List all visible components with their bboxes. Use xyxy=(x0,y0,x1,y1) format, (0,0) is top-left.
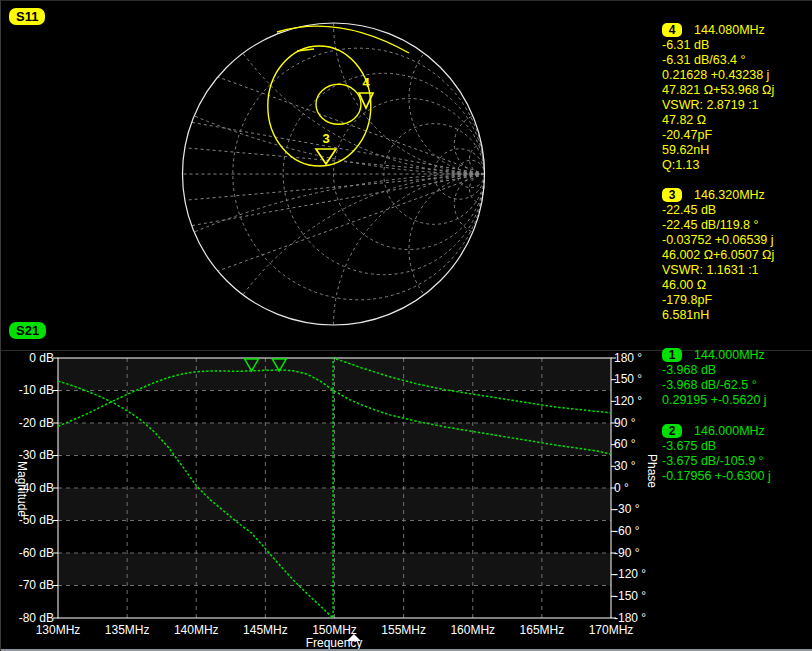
marker-frequency: 144.000MHz xyxy=(694,348,765,363)
magnitude-tick-label: -50 dB xyxy=(4,513,54,527)
marker-badge: 1 xyxy=(662,348,682,362)
frequency-tick-label: 130MHz xyxy=(26,623,90,637)
frequency-tick-label: 145MHz xyxy=(233,623,297,637)
smith-grid xyxy=(183,23,485,325)
marker-readout-line: 6.581nH xyxy=(662,308,774,323)
magnitude-tick-label: -70 dB xyxy=(4,578,54,592)
marker-readout-line: -3.968 dB xyxy=(662,363,767,378)
s21-trace-badge[interactable]: S21 xyxy=(9,322,46,339)
marker-readout-block: 1144.000MHz-3.968 dB-3.968 dB/-62.5 °0.2… xyxy=(662,347,767,408)
magnitude-tick-label: 0 dB xyxy=(4,351,54,365)
marker-readout-line: 0.21628 +0.43238 j xyxy=(662,68,774,83)
smith-chart[interactable]: 34 xyxy=(181,21,487,327)
marker-readout-header: 4144.080MHz xyxy=(662,22,774,38)
marker-readout-line: -179.8pF xyxy=(662,293,774,308)
phase-tick-label: 60 ° xyxy=(614,437,635,451)
phase-tick-label: -120 ° xyxy=(614,567,646,581)
phase-tick-label: 30 ° xyxy=(614,459,635,473)
marker-triangle-icon xyxy=(316,149,336,164)
marker-readout-line: -20.47pF xyxy=(662,128,774,143)
marker-readout-line: -6.31 dB xyxy=(662,38,774,53)
marker-readout-line: 59.62nH xyxy=(662,143,774,158)
marker-readout-line: -0.03752 +0.06539 j xyxy=(662,233,774,248)
marker-readout-line: 46.00 Ω xyxy=(662,278,774,293)
s21-chart[interactable] xyxy=(58,358,611,618)
frequency-tick-label: 155MHz xyxy=(372,623,436,637)
marker-badge: 2 xyxy=(662,424,682,438)
marker-readout-line: -0.17956 +-0.6300 j xyxy=(662,469,771,484)
marker-readout-line: 46.002 Ω+6.0507 Ωj xyxy=(662,248,774,263)
marker-frequency: 146.000MHz xyxy=(694,424,765,439)
marker-readout-line: -22.45 dB/119.8 ° xyxy=(662,218,774,233)
marker-badge: 3 xyxy=(662,188,682,202)
phase-tick-label: 0 ° xyxy=(614,481,629,495)
phase-tick-label: 150 ° xyxy=(614,372,642,386)
marker-readout-line: Q:1.13 xyxy=(662,158,774,173)
marker-number-label: 3 xyxy=(322,131,329,146)
marker-readout-line: 47.82 Ω xyxy=(662,113,774,128)
frequency-tick-label: 150MHz xyxy=(303,623,367,637)
marker-readout-line: -6.31 dB/63.4 ° xyxy=(662,53,774,68)
marker-frequency: 144.080MHz xyxy=(694,23,765,38)
s11-trace xyxy=(268,26,409,166)
marker-readout-line: VSWR: 2.8719 :1 xyxy=(662,98,774,113)
marker-readout-line: -3.675 dB/-105.9 ° xyxy=(662,454,771,469)
marker-readout-block: 3146.320MHz-22.45 dB-22.45 dB/119.8 °-0.… xyxy=(662,187,774,323)
frequency-tick-label: 135MHz xyxy=(95,623,159,637)
marker-readout-header: 1144.000MHz xyxy=(662,347,767,363)
s11-trace-badge[interactable]: S11 xyxy=(9,8,45,25)
phase-tick-label: 120 ° xyxy=(614,394,642,408)
phase-tick-label: -60 ° xyxy=(614,524,639,538)
magnitude-tick-label: -30 dB xyxy=(4,448,54,462)
phase-tick-label: -150 ° xyxy=(614,589,646,603)
marker-readout-block: 2146.000MHz-3.675 dB-3.675 dB/-105.9 °-0… xyxy=(662,423,771,484)
marker-frequency: 146.320MHz xyxy=(694,188,765,203)
magnitude-tick-label: -60 dB xyxy=(4,546,54,560)
marker-readout-line: VSWR: 1.1631 :1 xyxy=(662,263,774,278)
frequency-tick-label: 140MHz xyxy=(164,623,228,637)
frequency-tick-label: 170MHz xyxy=(579,623,643,637)
phase-tick-label: -30 ° xyxy=(614,502,639,516)
marker-readout-header: 2146.000MHz xyxy=(662,423,771,439)
frequency-axis-title: Frequency xyxy=(284,636,384,650)
vna-app-window: S11 34 S21 Magnitude Phase Frequency 0 d… xyxy=(0,0,812,651)
marker-readout-line: 47.821 Ω+53.968 Ωj xyxy=(662,83,774,98)
marker-number-label: 4 xyxy=(362,75,370,90)
magnitude-tick-label: -20 dB xyxy=(4,416,54,430)
marker-readout-block: 4144.080MHz-6.31 dB-6.31 dB/63.4 °0.2162… xyxy=(662,22,774,173)
marker-readout-line: 0.29195 +-0.5620 j xyxy=(662,393,767,408)
magnitude-tick-label: -10 dB xyxy=(4,383,54,397)
phase-tick-label: 180 ° xyxy=(614,351,642,365)
marker-readout-line: -22.45 dB xyxy=(662,203,774,218)
phase-axis-label: Phase xyxy=(645,421,659,521)
magnitude-tick-label: -40 dB xyxy=(4,481,54,495)
marker-readout-header: 3146.320MHz xyxy=(662,187,774,203)
phase-tick-label: -90 ° xyxy=(614,546,639,560)
marker-readout-line: -3.675 dB xyxy=(662,439,771,454)
marker-readout-line: -3.968 dB/-62.5 ° xyxy=(662,378,767,393)
frequency-tick-label: 160MHz xyxy=(441,623,505,637)
frequency-tick-label: 165MHz xyxy=(510,623,574,637)
marker-badge: 4 xyxy=(662,23,682,37)
phase-tick-label: 90 ° xyxy=(614,416,635,430)
